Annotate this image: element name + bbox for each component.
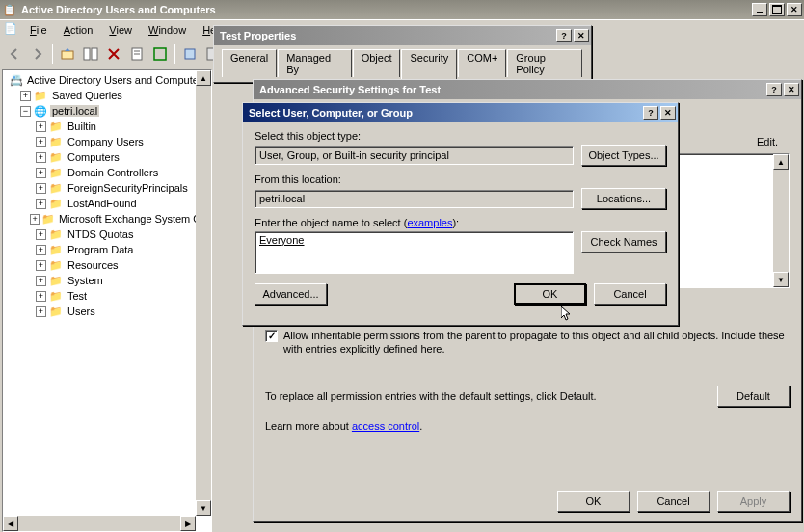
select-ok-button[interactable]: OK — [514, 283, 586, 305]
back-button[interactable] — [4, 43, 25, 65]
scroll-up-icon[interactable]: ▲ — [196, 70, 211, 86]
console-icon: 📄 — [4, 22, 21, 38]
tree-icon: 📇 — [10, 73, 23, 87]
delete-button[interactable] — [103, 43, 124, 65]
tree-icon: 📁 — [48, 227, 64, 241]
object-name-input[interactable]: Everyone — [255, 231, 574, 274]
expander-icon[interactable]: + — [36, 291, 46, 302]
menu-view[interactable]: View — [101, 22, 140, 38]
select-close-button[interactable] — [660, 106, 676, 120]
listbox-vscroll[interactable]: ▲ ▼ — [773, 154, 789, 287]
show-hide-button[interactable] — [80, 43, 101, 65]
scroll-left-icon[interactable]: ◀ — [3, 516, 18, 531]
access-control-link[interactable]: access control — [352, 420, 419, 432]
minimize-button[interactable] — [752, 3, 767, 16]
tree-icon: 📁 — [48, 258, 64, 272]
tab-security[interactable]: Security — [401, 49, 457, 79]
location-label: From this location: — [255, 173, 666, 185]
tree-item[interactable]: +📁Builtin — [5, 119, 209, 134]
expander-icon[interactable]: + — [36, 276, 46, 286]
properties-button[interactable] — [126, 43, 147, 65]
tree-label: Microsoft Exchange System Ob — [57, 213, 209, 225]
tree-vscroll[interactable]: ▲ ▼ — [196, 70, 211, 516]
tab-general[interactable]: General — [222, 49, 277, 77]
expander-icon[interactable]: + — [36, 199, 46, 209]
up-button[interactable] — [57, 43, 78, 65]
maximize-button[interactable] — [769, 3, 785, 16]
menu-window[interactable]: Window — [141, 22, 194, 38]
tree-item[interactable]: +📁Test — [5, 288, 209, 304]
expander-icon[interactable]: + — [36, 168, 46, 178]
select-cancel-button[interactable]: Cancel — [594, 283, 666, 305]
svg-rect-2 — [92, 48, 97, 60]
expander-icon[interactable]: + — [36, 137, 46, 147]
main-title: Active Directory Users and Computers — [17, 4, 752, 15]
forward-button[interactable] — [27, 43, 48, 65]
refresh-button[interactable] — [149, 43, 171, 65]
tree-label: Builtin — [66, 120, 98, 132]
object-types-button[interactable]: Object Types... — [581, 145, 666, 166]
tab-group-policy[interactable]: Group Policy — [507, 49, 582, 77]
expander-icon[interactable]: + — [36, 183, 46, 194]
expander-icon[interactable]: + — [30, 214, 39, 225]
tab-managed-by[interactable]: Managed By — [278, 49, 352, 77]
expander-icon[interactable]: + — [36, 260, 46, 271]
tree-item[interactable]: +📁Microsoft Exchange System Ob — [5, 211, 209, 226]
tree-item[interactable]: +📁Company Users — [5, 134, 209, 149]
default-note: To replace all permission entries with t… — [265, 390, 698, 402]
tree-item[interactable]: +📁Resources — [5, 257, 209, 273]
tree-icon: 📁 — [48, 166, 64, 179]
adv-ok-button[interactable]: OK — [557, 491, 630, 512]
tree-hscroll[interactable]: ◀ ▶ — [3, 516, 196, 531]
properties-close-button[interactable] — [574, 29, 589, 42]
tree-item[interactable]: +📁System — [5, 273, 209, 288]
adv-apply-button[interactable]: Apply — [717, 491, 790, 512]
tree-item[interactable]: +📁LostAndFound — [5, 196, 209, 211]
expander-icon[interactable]: + — [36, 306, 46, 317]
menu-action[interactable]: Action — [56, 22, 101, 38]
tree-item[interactable]: +📁Saved Queries — [5, 88, 209, 103]
tree-icon: 📁 — [41, 212, 55, 226]
expander-icon[interactable]: + — [36, 152, 46, 163]
menu-file[interactable]: File — [22, 22, 55, 38]
examples-link[interactable]: examples — [407, 217, 452, 228]
tree-item[interactable]: 📇Active Directory Users and Computers — [5, 72, 209, 88]
tree-item[interactable]: +📁Domain Controllers — [5, 165, 209, 180]
default-button[interactable]: Default — [717, 386, 790, 407]
expander-icon[interactable]: + — [36, 229, 46, 240]
properties-help-button[interactable] — [556, 29, 572, 42]
scroll-down-icon[interactable]: ▼ — [196, 500, 211, 516]
adv-close-button[interactable] — [784, 83, 799, 96]
tree-icon: 📁 — [48, 289, 64, 303]
close-button[interactable] — [787, 3, 802, 16]
tree-item[interactable]: +📁NTDS Quotas — [5, 226, 209, 242]
expander-icon[interactable]: + — [36, 245, 46, 255]
adv-help-button[interactable] — [766, 83, 782, 96]
expander-icon[interactable]: + — [36, 121, 46, 132]
scroll-down-icon[interactable]: ▼ — [773, 272, 789, 287]
properties-titlebar[interactable]: Test Properties — [214, 26, 591, 45]
locations-button[interactable]: Locations... — [581, 188, 666, 209]
filter-button[interactable] — [179, 43, 201, 65]
expander-icon[interactable]: + — [20, 91, 31, 101]
select-titlebar[interactable]: Select User, Computer, or Group — [243, 103, 678, 122]
tree-item[interactable]: +📁Users — [5, 304, 209, 319]
select-title: Select User, Computer, or Group — [245, 107, 643, 119]
tree-label: NTDS Quotas — [66, 228, 135, 240]
tab-com+[interactable]: COM+ — [458, 49, 506, 77]
scroll-right-icon[interactable]: ▶ — [180, 516, 196, 531]
tree-item[interactable]: +📁Program Data — [5, 242, 209, 257]
tree-item[interactable]: +📁ForeignSecurityPrincipals — [5, 180, 209, 196]
select-help-button[interactable] — [643, 106, 658, 120]
adv-cancel-button[interactable]: Cancel — [637, 491, 710, 512]
tree-item[interactable]: +📁Computers — [5, 149, 209, 165]
advanced-button[interactable]: Advanced... — [255, 283, 327, 305]
adv-titlebar[interactable]: Advanced Security Settings for Test — [254, 80, 801, 99]
check-names-button[interactable]: Check Names — [581, 231, 666, 253]
tree-item[interactable]: −🌐petri.local — [5, 103, 209, 119]
tree-label: Test — [66, 290, 89, 302]
scroll-up-icon[interactable]: ▲ — [773, 154, 789, 170]
tab-object[interactable]: Object — [353, 49, 401, 77]
expander-icon[interactable]: − — [20, 106, 31, 117]
inherit-checkbox[interactable] — [265, 330, 278, 342]
